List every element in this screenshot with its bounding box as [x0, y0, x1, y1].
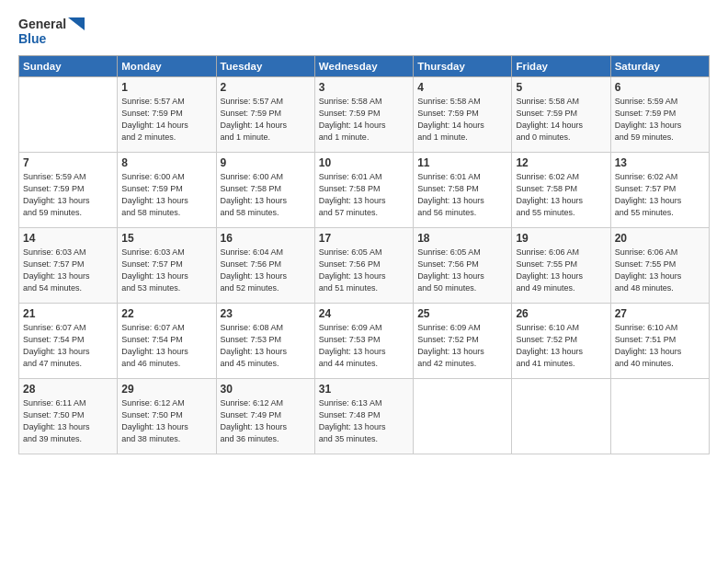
day-info: Sunrise: 5:58 AMSunset: 7:59 PMDaylight:…	[417, 96, 507, 144]
calendar-container: General Blue SundayMondayTuesdayWednesda…	[0, 0, 728, 465]
day-number: 15	[121, 232, 211, 245]
day-info: Sunrise: 5:59 AMSunset: 7:59 PMDaylight:…	[23, 171, 113, 219]
calendar-cell: 28Sunrise: 6:11 AMSunset: 7:50 PMDayligh…	[19, 379, 118, 454]
day-info: Sunrise: 6:10 AMSunset: 7:52 PMDaylight:…	[516, 322, 606, 370]
day-info: Sunrise: 6:06 AMSunset: 7:55 PMDaylight:…	[516, 247, 606, 294]
day-number: 13	[615, 156, 705, 169]
calendar-cell	[19, 77, 118, 153]
calendar-cell: 7Sunrise: 5:59 AMSunset: 7:59 PMDaylight…	[19, 153, 118, 228]
calendar-week-5: 28Sunrise: 6:11 AMSunset: 7:50 PMDayligh…	[19, 379, 710, 454]
calendar-week-3: 14Sunrise: 6:03 AMSunset: 7:57 PMDayligh…	[19, 228, 710, 304]
calendar-cell: 24Sunrise: 6:09 AMSunset: 7:53 PMDayligh…	[314, 304, 413, 379]
day-number: 2	[221, 81, 311, 94]
day-info: Sunrise: 6:03 AMSunset: 7:57 PMDaylight:…	[121, 247, 211, 294]
calendar-cell: 22Sunrise: 6:07 AMSunset: 7:54 PMDayligh…	[118, 304, 216, 379]
day-info: Sunrise: 6:08 AMSunset: 7:53 PMDaylight:…	[221, 322, 311, 370]
calendar-cell: 20Sunrise: 6:06 AMSunset: 7:55 PMDayligh…	[610, 228, 709, 304]
day-header-friday: Friday	[512, 56, 610, 77]
day-header-monday: Monday	[118, 56, 216, 77]
calendar-cell: 14Sunrise: 6:03 AMSunset: 7:57 PMDayligh…	[19, 228, 118, 304]
day-info: Sunrise: 6:12 AMSunset: 7:49 PMDaylight:…	[221, 397, 311, 445]
calendar-cell: 9Sunrise: 6:00 AMSunset: 7:58 PMDaylight…	[216, 153, 314, 228]
logo: General Blue	[18, 17, 85, 46]
calendar-cell: 30Sunrise: 6:12 AMSunset: 7:49 PMDayligh…	[216, 379, 314, 454]
calendar-cell: 1Sunrise: 5:57 AMSunset: 7:59 PMDaylight…	[118, 77, 216, 153]
day-info: Sunrise: 6:07 AMSunset: 7:54 PMDaylight:…	[121, 322, 211, 370]
day-number: 24	[319, 307, 409, 320]
day-info: Sunrise: 6:03 AMSunset: 7:57 PMDaylight:…	[23, 247, 113, 294]
day-info: Sunrise: 6:09 AMSunset: 7:53 PMDaylight:…	[319, 322, 409, 370]
calendar-week-4: 21Sunrise: 6:07 AMSunset: 7:54 PMDayligh…	[19, 304, 710, 379]
day-info: Sunrise: 5:57 AMSunset: 7:59 PMDaylight:…	[221, 96, 311, 144]
day-info: Sunrise: 6:13 AMSunset: 7:48 PMDaylight:…	[319, 397, 409, 445]
day-number: 18	[417, 232, 507, 245]
calendar-cell: 18Sunrise: 6:05 AMSunset: 7:56 PMDayligh…	[414, 228, 512, 304]
day-number: 16	[221, 232, 311, 245]
calendar-cell: 25Sunrise: 6:09 AMSunset: 7:52 PMDayligh…	[414, 304, 512, 379]
logo-triangle-icon	[68, 17, 85, 30]
day-info: Sunrise: 6:00 AMSunset: 7:59 PMDaylight:…	[121, 171, 211, 219]
day-number: 21	[23, 307, 113, 320]
calendar-cell: 31Sunrise: 6:13 AMSunset: 7:48 PMDayligh…	[314, 379, 413, 454]
day-number: 4	[417, 81, 507, 94]
day-number: 26	[516, 307, 606, 320]
day-info: Sunrise: 5:58 AMSunset: 7:59 PMDaylight:…	[516, 96, 606, 144]
day-info: Sunrise: 6:06 AMSunset: 7:55 PMDaylight:…	[615, 247, 705, 294]
calendar-week-1: 1Sunrise: 5:57 AMSunset: 7:59 PMDaylight…	[19, 77, 710, 153]
day-number: 31	[319, 383, 409, 396]
day-number: 25	[417, 307, 507, 320]
calendar-body: 1Sunrise: 5:57 AMSunset: 7:59 PMDaylight…	[19, 77, 710, 454]
day-number: 9	[221, 156, 311, 169]
day-number: 14	[23, 232, 113, 245]
calendar-cell: 11Sunrise: 6:01 AMSunset: 7:58 PMDayligh…	[414, 153, 512, 228]
svg-marker-0	[68, 17, 85, 30]
day-header-tuesday: Tuesday	[216, 56, 314, 77]
day-info: Sunrise: 6:09 AMSunset: 7:52 PMDaylight:…	[417, 322, 507, 370]
day-info: Sunrise: 5:59 AMSunset: 7:59 PMDaylight:…	[615, 96, 705, 144]
calendar-cell: 8Sunrise: 6:00 AMSunset: 7:59 PMDaylight…	[118, 153, 216, 228]
calendar-cell: 5Sunrise: 5:58 AMSunset: 7:59 PMDaylight…	[512, 77, 610, 153]
day-number: 11	[417, 156, 507, 169]
day-info: Sunrise: 6:00 AMSunset: 7:58 PMDaylight:…	[221, 171, 311, 219]
calendar-cell: 15Sunrise: 6:03 AMSunset: 7:57 PMDayligh…	[118, 228, 216, 304]
calendar-cell: 13Sunrise: 6:02 AMSunset: 7:57 PMDayligh…	[610, 153, 709, 228]
day-number: 12	[516, 156, 606, 169]
calendar-cell: 4Sunrise: 5:58 AMSunset: 7:59 PMDaylight…	[414, 77, 512, 153]
day-number: 6	[615, 81, 705, 94]
day-info: Sunrise: 6:07 AMSunset: 7:54 PMDaylight:…	[23, 322, 113, 370]
calendar-cell: 17Sunrise: 6:05 AMSunset: 7:56 PMDayligh…	[314, 228, 413, 304]
day-info: Sunrise: 6:04 AMSunset: 7:56 PMDaylight:…	[221, 247, 311, 294]
day-number: 29	[121, 383, 211, 396]
header: General Blue	[18, 17, 710, 46]
calendar-cell: 16Sunrise: 6:04 AMSunset: 7:56 PMDayligh…	[216, 228, 314, 304]
calendar-cell: 29Sunrise: 6:12 AMSunset: 7:50 PMDayligh…	[118, 379, 216, 454]
logo-general: General	[18, 17, 66, 31]
logo-blue: Blue	[18, 31, 46, 46]
calendar-cell: 2Sunrise: 5:57 AMSunset: 7:59 PMDaylight…	[216, 77, 314, 153]
calendar-cell: 27Sunrise: 6:10 AMSunset: 7:51 PMDayligh…	[610, 304, 709, 379]
day-number: 17	[319, 232, 409, 245]
calendar-cell: 6Sunrise: 5:59 AMSunset: 7:59 PMDaylight…	[610, 77, 709, 153]
day-info: Sunrise: 6:02 AMSunset: 7:57 PMDaylight:…	[615, 171, 705, 219]
day-number: 27	[615, 307, 705, 320]
day-info: Sunrise: 5:57 AMSunset: 7:59 PMDaylight:…	[121, 96, 211, 144]
day-info: Sunrise: 6:02 AMSunset: 7:58 PMDaylight:…	[516, 171, 606, 219]
calendar-cell: 12Sunrise: 6:02 AMSunset: 7:58 PMDayligh…	[512, 153, 610, 228]
calendar-cell: 23Sunrise: 6:08 AMSunset: 7:53 PMDayligh…	[216, 304, 314, 379]
day-number: 7	[23, 156, 113, 169]
day-info: Sunrise: 6:12 AMSunset: 7:50 PMDaylight:…	[121, 397, 211, 445]
day-number: 8	[121, 156, 211, 169]
day-header-thursday: Thursday	[414, 56, 512, 77]
day-number: 20	[615, 232, 705, 245]
calendar-header-row: SundayMondayTuesdayWednesdayThursdayFrid…	[19, 56, 710, 77]
day-number: 23	[221, 307, 311, 320]
calendar-cell: 19Sunrise: 6:06 AMSunset: 7:55 PMDayligh…	[512, 228, 610, 304]
calendar-cell: 3Sunrise: 5:58 AMSunset: 7:59 PMDaylight…	[314, 77, 413, 153]
calendar-cell	[610, 379, 709, 454]
day-number: 28	[23, 383, 113, 396]
calendar-week-2: 7Sunrise: 5:59 AMSunset: 7:59 PMDaylight…	[19, 153, 710, 228]
calendar-cell	[414, 379, 512, 454]
day-header-saturday: Saturday	[610, 56, 709, 77]
day-number: 1	[121, 81, 211, 94]
day-number: 3	[319, 81, 409, 94]
